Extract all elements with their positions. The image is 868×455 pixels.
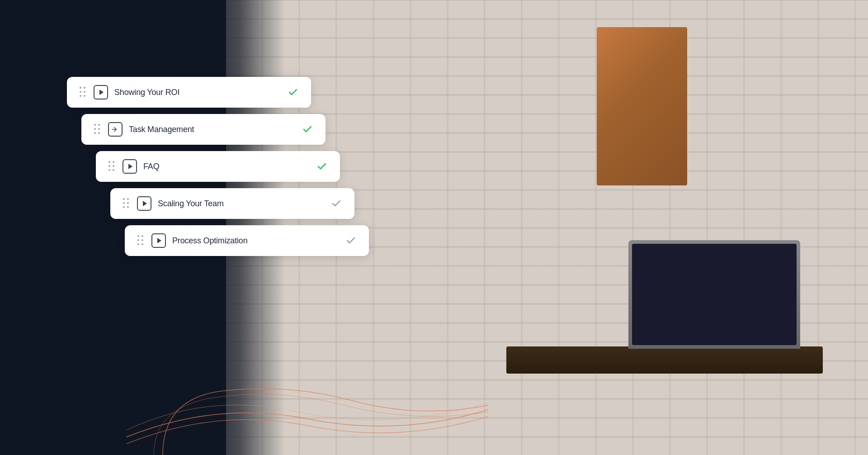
- drag-dot: [113, 169, 114, 171]
- drag-dot: [113, 165, 114, 167]
- play-triangle-icon: [99, 90, 104, 95]
- drag-dot: [94, 128, 96, 130]
- course-title-2: Task Management: [129, 125, 302, 134]
- drag-dot: [142, 243, 143, 245]
- drag-dot: [94, 132, 96, 134]
- arrow-right-icon: [111, 125, 119, 133]
- check-incomplete-5: [345, 235, 356, 246]
- drag-dot: [137, 243, 139, 245]
- drag-dot: [98, 132, 100, 134]
- video-icon-5: [151, 233, 166, 248]
- drag-dot: [127, 202, 129, 204]
- laptop-prop: [628, 240, 800, 349]
- drag-dot: [94, 124, 96, 126]
- drag-handle-2[interactable]: [94, 124, 101, 135]
- course-title-1: Showing Your ROI: [114, 88, 288, 97]
- drag-dot: [84, 87, 85, 89]
- drag-dot: [98, 124, 100, 126]
- table-surface: [506, 346, 823, 374]
- drag-dot: [123, 202, 125, 204]
- drag-dot: [113, 161, 114, 163]
- drag-dot: [137, 235, 139, 237]
- drag-dot: [108, 165, 110, 167]
- drag-dot: [98, 128, 100, 130]
- course-title-3: FAQ: [143, 162, 316, 171]
- check-incomplete-4: [331, 198, 342, 209]
- course-item-1[interactable]: Showing Your ROI: [67, 77, 311, 108]
- course-title-5: Process Optimization: [172, 236, 345, 246]
- laptop-screen: [632, 244, 797, 345]
- drag-dot: [80, 91, 81, 93]
- drag-handle-4[interactable]: [123, 198, 130, 209]
- drag-dot: [84, 95, 85, 97]
- drag-handle-3[interactable]: [108, 161, 115, 172]
- course-item-2[interactable]: Task Management: [81, 114, 326, 145]
- wooden-board-decoration: [597, 27, 687, 185]
- drag-dot: [108, 161, 110, 163]
- course-item-5[interactable]: Process Optimization: [125, 225, 369, 256]
- play-triangle-icon: [143, 201, 147, 206]
- drag-dot: [127, 198, 129, 200]
- play-triangle-icon: [128, 164, 132, 169]
- drag-dot: [142, 235, 143, 237]
- drag-handle-1[interactable]: [80, 87, 86, 98]
- play-triangle-icon: [157, 238, 161, 243]
- check-completed-1: [288, 87, 298, 98]
- course-item-4[interactable]: Scaling Your Team: [110, 188, 354, 219]
- drag-dot: [108, 169, 110, 171]
- drag-dot: [142, 239, 143, 241]
- drag-dot: [137, 239, 139, 241]
- check-completed-3: [316, 161, 327, 172]
- drag-dot: [80, 87, 81, 89]
- video-icon-3: [123, 159, 137, 174]
- drag-dot: [123, 206, 125, 208]
- drag-dot: [80, 95, 81, 97]
- drag-dot: [84, 91, 85, 93]
- drag-handle-5[interactable]: [137, 235, 144, 246]
- course-item-3[interactable]: FAQ: [96, 151, 340, 182]
- drag-dot: [127, 206, 129, 208]
- check-completed-2: [302, 124, 313, 135]
- drag-dot: [123, 198, 125, 200]
- video-icon-1: [94, 85, 108, 100]
- course-list: Showing Your ROI Task Management: [67, 77, 369, 262]
- course-title-4: Scaling Your Team: [158, 199, 331, 209]
- arrow-icon-2: [108, 122, 123, 137]
- video-icon-4: [137, 196, 151, 211]
